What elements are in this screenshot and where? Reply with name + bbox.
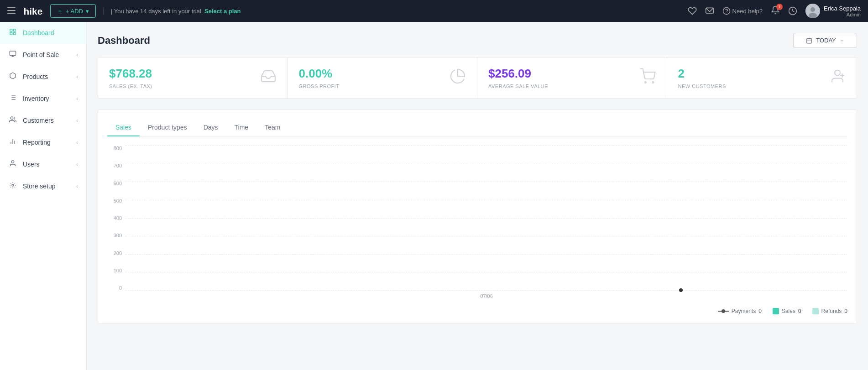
chart-plot-area: 0 100 200 300 400 500 600 700 800 <box>107 146 847 301</box>
date-filter-button[interactable]: TODAY <box>793 33 857 48</box>
stat-value-new-customers: 2 <box>678 67 726 81</box>
logo: hike <box>23 4 45 18</box>
sidebar-item-point-of-sale[interactable]: Point of Sale ‹ <box>0 44 86 66</box>
svg-point-9 <box>810 7 815 12</box>
stat-label-avg-sale: AVERAGE SALE VALUE <box>488 83 548 89</box>
legend-payments-line <box>718 311 729 312</box>
legend-sales: Sales 0 <box>773 308 801 314</box>
legend-refunds-label: Refunds <box>821 308 842 314</box>
svg-rect-11 <box>10 29 12 31</box>
chart-container: Sales Product types Days Time Team 0 100… <box>98 109 857 324</box>
sidebar-item-reporting[interactable]: Reporting ‹ <box>0 131 86 153</box>
user-info: Erica Seppala Admin <box>824 5 861 17</box>
bar-dot <box>679 288 683 292</box>
y-label-0: 0 <box>107 285 125 291</box>
sidebar-item-store-setup[interactable]: Store setup ‹ <box>0 175 86 197</box>
svg-rect-12 <box>13 29 16 31</box>
add-button[interactable]: ＋ + ADD ▾ <box>50 4 96 18</box>
y-label-200: 200 <box>107 250 125 256</box>
hamburger-button[interactable] <box>7 6 16 16</box>
dashboard-icon <box>8 28 17 37</box>
legend-payments: Payments 0 <box>718 308 762 314</box>
y-label-700: 700 <box>107 163 125 168</box>
y-label-100: 100 <box>107 268 125 273</box>
select-plan-link[interactable]: Select a plan <box>204 8 241 15</box>
svg-rect-2 <box>7 13 16 14</box>
sidebar-item-label-inventory: Inventory <box>23 95 49 102</box>
svg-rect-13 <box>10 32 12 35</box>
legend-refunds-box <box>812 308 819 314</box>
sidebar-item-users[interactable]: Users ‹ <box>0 153 86 175</box>
legend-sales-value: 0 <box>798 308 801 314</box>
chart-legend: Payments 0 Sales 0 Refunds 0 <box>107 308 847 314</box>
chevron-icon-products: ‹ <box>76 73 78 80</box>
svg-point-35 <box>652 82 654 83</box>
legend-refunds-value: 0 <box>844 308 847 314</box>
tab-time[interactable]: Time <box>226 119 257 136</box>
notif-badge: 1 <box>776 4 783 10</box>
trial-banner: | You have 14 days left in your trial. S… <box>103 8 688 15</box>
users-icon <box>8 160 17 169</box>
chevron-icon-inventory: ‹ <box>76 95 78 102</box>
chart-tabs: Sales Product types Days Time Team <box>107 119 847 136</box>
sidebar-item-label-store-setup: Store setup <box>23 182 56 190</box>
stat-card-avg-sale: $256.09 AVERAGE SALE VALUE <box>477 57 667 98</box>
history-button[interactable] <box>788 6 797 16</box>
user-role: Admin <box>824 12 861 17</box>
svg-rect-15 <box>10 51 16 55</box>
avatar <box>805 4 820 18</box>
point-of-sale-icon <box>8 50 17 59</box>
svg-rect-1 <box>7 10 16 11</box>
add-chevron-icon: ▾ <box>86 8 89 15</box>
tab-days[interactable]: Days <box>195 119 226 136</box>
y-label-800: 800 <box>107 146 125 151</box>
sidebar-item-label-products: Products <box>23 73 48 80</box>
sidebar-item-dashboard[interactable]: Dashboard <box>0 22 86 44</box>
user-name: Erica Seppala <box>824 5 861 12</box>
main-content: Dashboard TODAY $768.28 SALES (EX. TAX) <box>87 22 868 370</box>
inventory-icon <box>8 94 17 103</box>
legend-refunds: Refunds 0 <box>812 308 847 314</box>
main-header: Dashboard TODAY <box>98 33 857 48</box>
y-label-400: 400 <box>107 215 125 221</box>
topnav: hike ＋ + ADD ▾ | You have 14 days left i… <box>0 0 868 22</box>
sidebar-item-customers[interactable]: Customers ‹ <box>0 109 86 131</box>
sidebar-item-inventory[interactable]: Inventory ‹ <box>0 88 86 109</box>
svg-point-28 <box>11 161 14 163</box>
messages-button[interactable] <box>705 6 714 16</box>
svg-point-36 <box>835 70 840 76</box>
svg-text:hike: hike <box>24 6 43 16</box>
store-setup-icon <box>8 182 17 191</box>
stat-card-gross-profit: 0.00% GROSS PROFIT <box>288 57 478 98</box>
svg-rect-0 <box>7 7 16 8</box>
y-label-300: 300 <box>107 233 125 238</box>
stat-value-avg-sale: $256.09 <box>488 67 548 81</box>
add-plus-icon: ＋ <box>57 7 63 15</box>
tab-product-types[interactable]: Product types <box>140 119 195 136</box>
sidebar-item-label-customers: Customers <box>23 117 54 124</box>
help-button[interactable]: Need help? <box>722 7 763 15</box>
user-plus-icon <box>829 68 846 88</box>
legend-sales-label: Sales <box>782 308 795 314</box>
tab-sales[interactable]: Sales <box>107 119 140 136</box>
sidebar: Dashboard Point of Sale ‹ <box>0 22 87 370</box>
legend-sales-box <box>773 308 779 314</box>
notifications-button[interactable]: 1 <box>771 5 780 16</box>
sidebar-item-label-users: Users <box>23 161 40 168</box>
stat-value-gross-profit: 0.00% <box>299 67 340 81</box>
x-axis-labels: 07/06 <box>125 293 847 299</box>
svg-rect-30 <box>807 38 812 43</box>
chevron-icon-customers: ‹ <box>76 117 78 124</box>
svg-point-34 <box>645 82 646 83</box>
sidebar-item-products[interactable]: Products ‹ <box>0 66 86 88</box>
favorites-button[interactable] <box>688 6 697 16</box>
tab-team[interactable]: Team <box>256 119 288 136</box>
chevron-icon-store-setup: ‹ <box>76 183 78 189</box>
date-filter-label: TODAY <box>816 37 836 44</box>
chevron-icon-reporting: ‹ <box>76 139 78 146</box>
app-body: Dashboard Point of Sale ‹ <box>0 22 868 370</box>
y-label-600: 600 <box>107 181 125 186</box>
user-menu[interactable]: Erica Seppala Admin <box>805 4 861 18</box>
customers-icon <box>8 116 17 125</box>
stats-row: $768.28 SALES (EX. TAX) 0.00% GROSS PROF… <box>98 57 857 99</box>
